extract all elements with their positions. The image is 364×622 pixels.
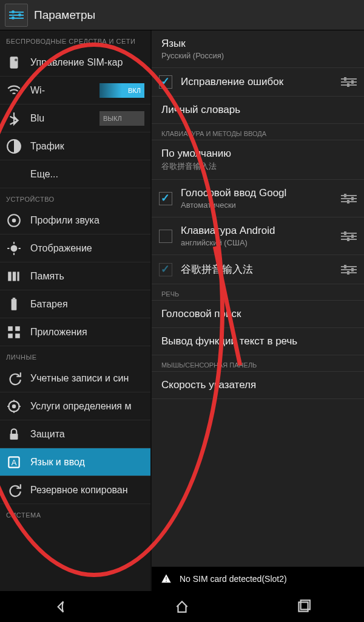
sidebar-section-wireless: БЕСПРОВОДНЫЕ СРЕДСТВА И СЕТИ (0, 30, 150, 49)
svg-rect-7 (13, 272, 16, 281)
svg-point-16 (13, 405, 15, 407)
svg-point-5 (11, 245, 18, 251)
svg-rect-12 (15, 326, 20, 331)
kb-checkbox[interactable] (159, 192, 172, 205)
settings-slider-icon[interactable] (341, 192, 357, 205)
navigation-bar (0, 591, 364, 622)
bluetooth-icon (6, 112, 22, 125)
sidebar-item-backup[interactable]: Резервное копирован (0, 476, 150, 504)
svg-rect-6 (8, 272, 11, 281)
sound-icon (6, 214, 22, 227)
sidebar-item-accounts[interactable]: Учетные записи и син (0, 364, 150, 392)
svg-rect-13 (8, 333, 13, 338)
settings-slider-icon[interactable] (341, 263, 357, 276)
sidebar-item-security[interactable]: Защита (0, 420, 150, 448)
sidebar-item-storage[interactable]: Память (0, 262, 150, 290)
spellcheck-row[interactable]: Исправление ошибок (152, 68, 364, 97)
sidebar-section-system: СИСТЕМА (0, 504, 150, 522)
sidebar-section-device: УСТРОЙСТВО (0, 188, 150, 207)
svg-rect-9 (12, 299, 17, 310)
tts-setting[interactable]: Вывод функции текст в речь (152, 328, 364, 355)
sync-icon (6, 372, 22, 385)
keyboard-android[interactable]: Клавиатура Androidанглийский (США) (152, 217, 364, 255)
sidebar-item-language[interactable]: AЯзык и ввод (0, 448, 150, 476)
sidebar-section-personal: ЛИЧНЫЕ (0, 346, 150, 364)
data-icon (6, 140, 22, 153)
svg-rect-17 (10, 433, 18, 439)
settings-sidebar: БЕСПРОВОДНЫЕ СРЕДСТВА И СЕТИ Управление … (0, 30, 152, 591)
back-button[interactable] (0, 599, 121, 615)
wifi-toggle[interactable]: ВКЛ (99, 83, 144, 98)
apps-icon (6, 326, 22, 339)
svg-point-4 (12, 218, 16, 222)
svg-rect-10 (13, 298, 15, 299)
location-icon (6, 400, 22, 413)
backup-icon (6, 484, 22, 497)
keyboard-section-header: КЛАВИАТУРА И МЕТОДЫ ВВОДА (152, 124, 364, 140)
sidebar-item-display[interactable]: Отображение (0, 234, 150, 262)
spellcheck-checkbox[interactable] (159, 75, 172, 89)
svg-rect-14 (15, 333, 20, 338)
display-icon (6, 242, 22, 255)
sidebar-item-data[interactable]: Трафик (0, 132, 150, 160)
recent-button[interactable] (243, 599, 364, 615)
sim-icon (6, 56, 22, 69)
svg-text:A: A (12, 458, 17, 467)
sidebar-item-bluetooth[interactable]: BluВЫКЛ (0, 104, 150, 132)
sidebar-item-location[interactable]: Услуги определения м (0, 392, 150, 420)
settings-icon (5, 4, 28, 27)
wifi-icon (6, 84, 22, 97)
sidebar-item-wifi[interactable]: Wi-ВКЛ (0, 77, 150, 104)
svg-rect-11 (8, 326, 13, 331)
app-header: Параметры (0, 0, 364, 30)
settings-slider-icon[interactable] (341, 230, 357, 243)
svg-rect-0 (10, 56, 18, 69)
keyboard-pinyin[interactable]: 谷歌拼音输入法 (152, 255, 364, 284)
keyboard-google-voice[interactable]: Голосовой ввод GooglАвтоматически (152, 180, 364, 217)
bluetooth-toggle[interactable]: ВЫКЛ (99, 111, 144, 126)
language-icon: A (6, 456, 22, 469)
default-keyboard[interactable]: По умолчанию 谷歌拼音输入法 (152, 140, 364, 180)
sidebar-item-more[interactable]: Еще... (0, 160, 150, 188)
sidebar-item-sim[interactable]: Управление SIM-кар (0, 49, 150, 77)
sidebar-item-sound[interactable]: Профили звука (0, 207, 150, 234)
storage-icon (6, 270, 22, 283)
content-panel: Язык Русский (Россия) Исправление ошибок… (152, 30, 364, 591)
app-title: Параметры (34, 9, 95, 22)
status-toast: No SIM card detected(Slot2) (152, 567, 364, 591)
warning-icon (160, 573, 172, 585)
dictionary-setting[interactable]: Личный словарь (152, 97, 364, 124)
language-setting[interactable]: Язык Русский (Россия) (152, 30, 364, 68)
battery-icon (6, 298, 22, 311)
pointer-speed[interactable]: Скорость указателя (152, 372, 364, 399)
kb-checkbox[interactable] (159, 263, 172, 276)
speech-section-header: РЕЧЬ (152, 284, 364, 301)
mouse-section-header: МЫШЬ/СЕНСОРНАЯ ПАНЕЛЬ (152, 355, 364, 372)
settings-slider-icon[interactable] (341, 75, 357, 89)
lock-icon (6, 428, 22, 441)
svg-point-1 (15, 58, 17, 61)
sidebar-item-apps[interactable]: Приложения (0, 318, 150, 346)
kb-checkbox[interactable] (159, 230, 172, 243)
svg-rect-8 (17, 272, 19, 281)
sidebar-item-battery[interactable]: Батарея (0, 290, 150, 318)
voice-search[interactable]: Голосовой поиск (152, 301, 364, 328)
home-button[interactable] (121, 599, 243, 615)
